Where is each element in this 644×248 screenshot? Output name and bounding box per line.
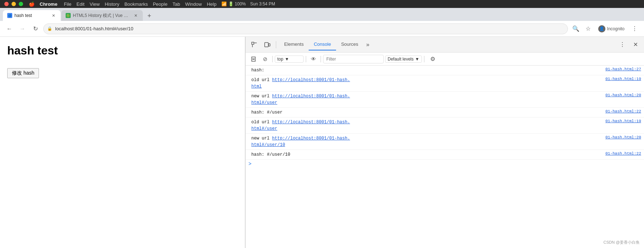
tab-sources[interactable]: Sources — [336, 39, 363, 50]
console-row-2: old url http://localhost:8001/01-hash.ht… — [246, 75, 644, 92]
console-row-7: hash: #/user/10 01-hash.html:22 — [246, 150, 644, 160]
menu-history[interactable]: History — [105, 1, 119, 7]
devtools-close-button[interactable]: ✕ — [630, 39, 641, 50]
console-row-5: old url http://localhost:8001/01-hash.ht… — [246, 118, 644, 134]
devtools-header: Elements Console Sources » ⋮ ✕ — [246, 37, 644, 53]
url-bar[interactable]: 🔒 localhost:8001/01-hash.html#/user/10 — [43, 23, 568, 34]
filter-input[interactable] — [323, 55, 384, 63]
prompt-arrow: > — [248, 161, 251, 167]
devtools-tabs: Elements Console Sources » — [279, 39, 372, 50]
menu-edit[interactable]: Edit — [76, 1, 84, 7]
dropdown-icon: ▼ — [285, 57, 289, 62]
svg-rect-1 — [265, 43, 268, 47]
console-location-2[interactable]: 01-hash.html:19 — [605, 77, 641, 81]
console-msg-2: old url http://localhost:8001/01-hash.ht… — [251, 77, 603, 90]
bookmark-icon[interactable]: ☆ — [583, 24, 593, 34]
tab-html5-history[interactable]: 🟢 HTML5 History 模式 | Vue Rou... ✕ — [61, 10, 143, 21]
page-title: hash test — [7, 44, 238, 57]
clock: Sun 3:54 PM — [250, 1, 275, 6]
address-bar: ← → ↻ 🔒 localhost:8001/01-hash.html#/use… — [0, 21, 644, 37]
tab-title-1: hash test — [14, 13, 32, 18]
devtools-panel: Elements Console Sources » ⋮ ✕ — [245, 37, 644, 248]
tab-close-1[interactable]: ✕ — [50, 13, 56, 18]
new-tab-button[interactable]: + — [144, 11, 154, 21]
app-menus: Chrome File Edit View History Bookmarks … — [40, 1, 216, 7]
tab-favicon-1: 🔵 — [7, 13, 12, 18]
console-settings-icon[interactable]: ⚙ — [428, 55, 437, 63]
default-levels-selector[interactable]: Default levels ▼ — [385, 56, 422, 63]
menu-bookmarks[interactable]: Bookmarks — [124, 1, 148, 7]
incognito-label: Incognito — [607, 26, 625, 31]
console-output: hash: 01-hash.html:27 old url http://loc… — [246, 66, 644, 248]
eye-icon-button[interactable]: 👁 — [308, 54, 318, 64]
menu-chrome[interactable]: Chrome — [40, 1, 57, 7]
console-sep-4 — [424, 56, 424, 62]
default-levels-chevron: ▼ — [415, 57, 419, 62]
devtools-more-tabs[interactable]: » — [363, 39, 372, 50]
console-location-3[interactable]: 01-hash.html:20 — [605, 93, 641, 97]
modify-hash-button[interactable]: 修改 hash — [7, 68, 39, 78]
watermark: CSDN @姜香小白鱼 — [604, 240, 640, 245]
console-location-6[interactable]: 01-hash.html:20 — [605, 135, 641, 140]
search-icon[interactable]: 🔍 — [571, 24, 581, 34]
tab-close-2[interactable]: ✕ — [133, 13, 138, 18]
tab-console[interactable]: Console — [309, 39, 336, 50]
system-icons: 📶 🔋 100% — [221, 1, 246, 6]
context-label: top — [277, 57, 283, 62]
console-location-1[interactable]: 01-hash.html:27 — [605, 67, 641, 71]
minimize-btn[interactable] — [12, 2, 16, 6]
cursor-tool-button[interactable] — [248, 39, 260, 50]
menu-bar: 🍎 Chrome File Edit View History Bookmark… — [26, 1, 275, 7]
url-text: localhost:8001/01-hash.html#/user/10 — [55, 26, 133, 31]
console-msg-3: new url http://localhost:8001/01-hash.ht… — [251, 93, 603, 106]
menu-file[interactable]: File — [64, 1, 71, 7]
menu-tab[interactable]: Tab — [172, 1, 180, 7]
console-sep-3 — [321, 56, 321, 62]
main-content: hash test 修改 hash Elements — [0, 37, 644, 248]
devtools-more-button[interactable]: ⋮ — [617, 39, 628, 50]
clear-console-button[interactable] — [248, 54, 259, 64]
apple-menu[interactable]: 🍎 — [29, 1, 35, 7]
tab-bar: 🔵 hash test ✕ 🟢 HTML5 History 模式 | Vue R… — [0, 8, 644, 21]
back-button[interactable]: ← — [4, 24, 14, 34]
default-levels-label: Default levels — [388, 57, 414, 62]
console-location-4[interactable]: 01-hash.html:22 — [605, 109, 641, 114]
console-msg-5: old url http://localhost:8001/01-hash.ht… — [251, 119, 603, 132]
console-row-3: new url http://localhost:8001/01-hash.ht… — [246, 92, 644, 108]
more-icon[interactable]: ⋮ — [630, 24, 640, 34]
incognito-avatar: 👤 — [598, 25, 605, 32]
reload-button[interactable]: ↻ — [30, 24, 40, 34]
console-msg-1: hash: — [251, 67, 603, 74]
console-sep-1 — [272, 56, 273, 62]
context-selector[interactable]: top ▼ — [275, 56, 304, 63]
svg-rect-2 — [269, 44, 270, 46]
titlebar-right: 📶 🔋 100% Sun 3:54 PM — [221, 1, 275, 6]
device-tool-button[interactable] — [261, 39, 273, 50]
console-location-5[interactable]: 01-hash.html:19 — [605, 119, 641, 123]
close-btn[interactable] — [4, 2, 9, 6]
menu-help[interactable]: Help — [207, 1, 217, 7]
devtools-sep-1 — [276, 41, 276, 48]
console-sep-2 — [306, 56, 306, 62]
console-msg-7: hash: #/user/10 — [251, 151, 603, 158]
tab-title-2: HTML5 History 模式 | Vue Rou... — [73, 13, 131, 19]
devtools-right-buttons: ⋮ ✕ — [617, 39, 641, 50]
addressbar-actions: 🔍 ☆ 👤 Incognito ⋮ — [571, 24, 640, 34]
page-area: hash test 修改 hash — [0, 37, 245, 248]
console-location-7[interactable]: 01-hash.html:22 — [605, 151, 641, 156]
console-row-4: hash: #/user 01-hash.html:22 — [246, 108, 644, 118]
forward-button[interactable]: → — [17, 24, 27, 34]
incognito-button[interactable]: 👤 Incognito — [595, 24, 627, 34]
menu-people[interactable]: People — [153, 1, 167, 7]
console-input[interactable] — [253, 161, 641, 167]
console-prompt[interactable]: > — [246, 160, 644, 168]
maximize-btn[interactable] — [19, 2, 23, 6]
no-icon-button[interactable]: ⊘ — [260, 54, 270, 64]
menu-view[interactable]: View — [89, 1, 100, 7]
tab-favicon-2: 🟢 — [66, 13, 71, 18]
console-row-1: hash: 01-hash.html:27 — [246, 66, 644, 75]
console-msg-4: hash: #/user — [251, 109, 603, 116]
tab-elements[interactable]: Elements — [279, 39, 309, 50]
menu-window[interactable]: Window — [185, 1, 202, 7]
tab-hash-test[interactable]: 🔵 hash test ✕ — [3, 10, 61, 21]
